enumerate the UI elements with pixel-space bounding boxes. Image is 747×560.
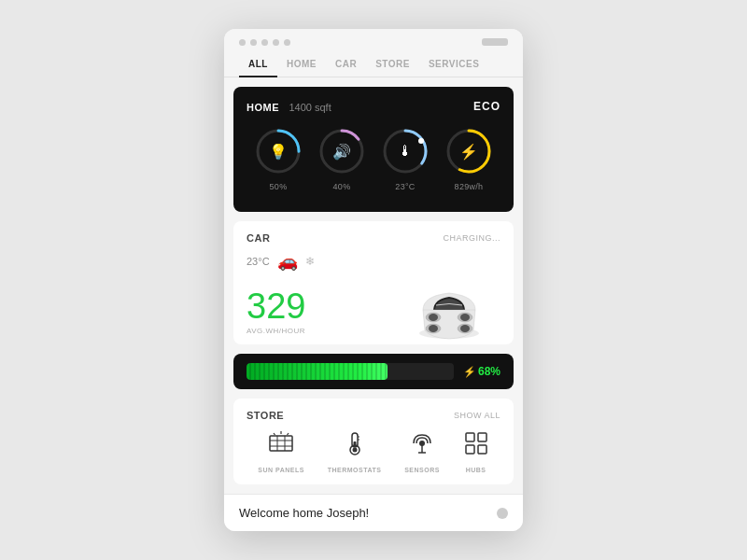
dot-5	[284, 39, 290, 46]
tab-store[interactable]: STORE	[366, 51, 419, 77]
charging-percent: ⚡ 68%	[463, 365, 500, 378]
tab-car[interactable]: CAR	[326, 51, 366, 77]
bottom-dot	[497, 508, 508, 519]
charging-bar-section: ⚡ 68%	[233, 354, 514, 389]
store-items: SUN PANELS THERMOSTATS	[247, 430, 500, 473]
car-main-row: 329 AVG.WH/HOUR	[247, 279, 500, 344]
charging-bar-fill	[247, 363, 388, 380]
car-title: CAR	[247, 232, 270, 244]
gauge-power-circle: ⚡	[444, 126, 494, 176]
nav-tabs: ALL HOME CAR STORE SERVICES	[224, 51, 523, 77]
home-title: HOME	[247, 102, 279, 113]
car-image	[398, 279, 500, 344]
home-title-group: HOME 1400 sqft	[247, 98, 331, 115]
gauge-temp: 🌡 23°C	[380, 126, 430, 191]
battery-icon	[482, 38, 508, 46]
bolt-icon: ⚡	[459, 143, 478, 161]
svg-point-15	[460, 314, 470, 321]
welcome-text: Welcome home Joseph!	[239, 506, 369, 520]
store-item-sun-panels[interactable]: SUN PANELS	[258, 430, 304, 473]
svg-rect-28	[353, 441, 356, 447]
thermostats-label: THERMOSTATS	[328, 467, 382, 473]
status-bar	[224, 29, 523, 51]
dot-4	[273, 39, 279, 46]
store-item-sensors[interactable]: SENSORS	[404, 430, 440, 473]
dot-2	[250, 39, 257, 46]
dot-3	[261, 39, 268, 46]
svg-point-17	[460, 325, 470, 332]
tab-home[interactable]: HOME	[277, 51, 326, 77]
svg-line-26	[288, 433, 289, 435]
store-title: STORE	[247, 410, 284, 421]
car-kwh-group: 329 AVG.WH/HOUR	[247, 288, 305, 335]
car-kwh-unit: AVG.WH/HOUR	[247, 327, 305, 335]
svg-point-30	[352, 448, 357, 453]
store-item-thermostats[interactable]: THERMOSTATS	[328, 430, 382, 473]
svg-point-16	[429, 325, 438, 332]
tab-services[interactable]: SERVICES	[419, 51, 488, 77]
sun-panels-label: SUN PANELS	[258, 467, 304, 473]
bulb-icon: 💡	[269, 143, 288, 161]
svg-rect-37	[478, 433, 486, 441]
bottom-bar: Welcome home Joseph!	[224, 494, 523, 531]
gauge-sound-value: 40%	[333, 182, 351, 191]
charging-stripes	[247, 363, 388, 380]
phone-frame: ALL HOME CAR STORE SERVICES HOME 1400 sq…	[224, 29, 523, 531]
store-section: STORE SHOW ALL	[233, 399, 514, 484]
svg-line-25	[274, 433, 275, 435]
gauge-bulb-circle: 💡	[253, 126, 303, 176]
tab-all[interactable]: ALL	[239, 51, 277, 77]
gauge-power-value: 829w/h	[455, 182, 484, 191]
svg-rect-39	[478, 445, 486, 454]
sensors-icon	[409, 430, 435, 462]
car-info-row: 23°C 🚗 ❄	[247, 251, 500, 272]
sound-icon: 🔊	[332, 143, 351, 161]
eco-badge: ECO	[473, 100, 500, 113]
svg-point-14	[429, 314, 438, 321]
hubs-label: HUBS	[466, 467, 486, 473]
status-dots	[239, 39, 290, 46]
car-header: CAR CHARGING...	[247, 232, 500, 244]
charging-bolt-icon: ⚡	[463, 366, 476, 378]
car-kwh-value: 329	[247, 288, 305, 324]
car-section: CAR CHARGING... 23°C 🚗 ❄ 329 AVG.WH/HOUR	[233, 221, 514, 344]
hubs-icon	[463, 430, 489, 462]
gauge-temp-value: 23°C	[395, 182, 415, 191]
store-show-all[interactable]: SHOW ALL	[454, 411, 500, 420]
gauge-power: ⚡ 829w/h	[444, 126, 494, 191]
car-small-icon: 🚗	[277, 251, 298, 272]
svg-point-6	[418, 138, 424, 144]
gauge-bulb-value: 50%	[270, 182, 288, 191]
car-temp: 23°C	[247, 256, 270, 267]
svg-rect-36	[466, 433, 474, 441]
sun-panels-icon	[268, 430, 294, 462]
gauges-row: 💡 50% 🔊 40%	[247, 126, 500, 191]
store-header: STORE SHOW ALL	[247, 410, 500, 421]
thermostats-icon	[342, 430, 368, 462]
home-sqft: 1400 sqft	[289, 102, 331, 113]
charging-bar-track	[247, 363, 454, 380]
gauge-bulb: 💡 50%	[253, 126, 303, 191]
home-section: HOME 1400 sqft ECO 💡 50%	[233, 87, 514, 212]
sensors-label: SENSORS	[404, 467, 440, 473]
gauge-sound: 🔊 40%	[317, 126, 367, 191]
car-fan-icon: ❄	[305, 255, 315, 268]
thermometer-icon: 🌡	[398, 143, 413, 160]
gauge-temp-circle: 🌡	[380, 126, 430, 176]
car-status: CHARGING...	[443, 233, 500, 243]
gauge-sound-circle: 🔊	[317, 126, 367, 176]
store-item-hubs[interactable]: HUBS	[463, 430, 489, 473]
charging-percent-value: 68%	[478, 365, 500, 378]
dot-1	[239, 39, 246, 46]
home-header: HOME 1400 sqft ECO	[247, 98, 500, 115]
svg-rect-19	[270, 436, 292, 451]
svg-rect-38	[466, 445, 474, 454]
